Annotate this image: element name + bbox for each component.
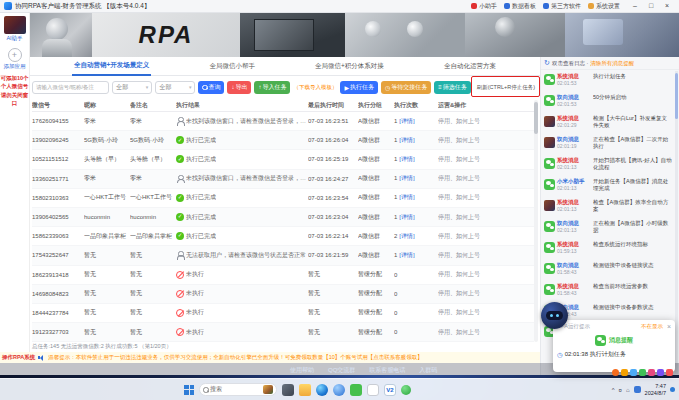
- table-row[interactable]: 13360251771零米零米未找到该微信窗口，请检查微信是否登录，并重启微信0…: [32, 170, 534, 189]
- cell-actions[interactable]: 停用、如何上号: [438, 251, 534, 260]
- detail-link[interactable]: [详情]: [399, 175, 414, 181]
- account-thumbnail[interactable]: [4, 16, 26, 34]
- detail-link[interactable]: [详情]: [399, 118, 414, 124]
- log-entry[interactable]: 系统消息02:01:13检查【A微信群】效率全自动方案: [541, 197, 674, 218]
- log-entry[interactable]: 双向消息02:01:13正在检测【A微信群】小时级数据: [541, 218, 674, 239]
- table-row[interactable]: 10521151512头等舱（早）头等舱（早）✓执行已完成07-03 16:25…: [32, 150, 534, 169]
- cell-actions[interactable]: 停用、如何上号: [438, 193, 534, 202]
- footer-link[interactable]: 使用帮助: [290, 366, 314, 375]
- titlebar-menu-item[interactable]: 系统设置: [588, 2, 620, 11]
- taskbar-search[interactable]: 搜索: [199, 383, 277, 396]
- log-entry[interactable]: 系统消息02:01:53执行计划任务: [541, 71, 674, 92]
- tray-icon[interactable]: ^: [612, 387, 615, 393]
- cell-actions[interactable]: 停用、如何上号: [438, 213, 534, 222]
- tab-2[interactable]: 全局微信小帮手: [207, 58, 257, 75]
- log-entry[interactable]: 系统消息02:01:29检测【大牛白Lur】补发重复文件失败: [541, 113, 674, 134]
- detail-link[interactable]: [详情]: [399, 156, 414, 162]
- titlebar-menu-item[interactable]: 数据看板: [504, 2, 536, 11]
- clear-log-link[interactable]: 清除所有消息提醒: [590, 60, 634, 67]
- taskbar-clock[interactable]: 7:47 2024/8/7: [645, 383, 666, 397]
- table-row[interactable]: 15802310363一心HKT工作号一心HKT工作号✓执行已完成07-03 1…: [32, 189, 534, 208]
- tray-app-icon[interactable]: [634, 386, 641, 393]
- titlebar-menu-item[interactable]: 第三方软件: [543, 2, 581, 11]
- log-entry[interactable]: 小米小助手02:01:13开始新任务【A微信群】消息处理完成: [541, 176, 674, 197]
- log-scrollbar[interactable]: [675, 71, 678, 374]
- footer-link[interactable]: 入群码: [419, 366, 437, 375]
- toast-close-icon[interactable]: ×: [667, 323, 671, 330]
- run-task-button[interactable]: ▶ 执行任务: [340, 81, 378, 94]
- export-button[interactable]: ↓ 导出: [227, 81, 251, 94]
- import-button[interactable]: ↑ 导入任务: [254, 81, 290, 94]
- tray-icon[interactable]: ⌂: [626, 387, 630, 393]
- filter-select-1[interactable]: 全部▾: [112, 81, 152, 94]
- log-entry[interactable]: 系统消息02:01:13开始扫描本机【腾讯-好人】自动化流程: [541, 155, 674, 176]
- log-entry[interactable]: 双向消息02:01:5350分钟后启动: [541, 92, 674, 113]
- toast-dismiss-link[interactable]: 不在显示: [641, 323, 663, 330]
- import-template-note[interactable]: （下载导入模板）: [293, 84, 337, 91]
- ai-assistant-robot[interactable]: [541, 302, 568, 329]
- cell-actions[interactable]: 停用、如何上号: [438, 136, 534, 145]
- quick-launch-icon[interactable]: [621, 369, 628, 376]
- table-row[interactable]: 19123327703暂无暂无未执行暂无暂缓分配0停用、如何上号: [32, 323, 534, 342]
- table-row[interactable]: 17626094155零米零米未找到该微信窗口，请检查微信是否登录，并重启微信0…: [32, 112, 534, 131]
- tray-icon[interactable]: ¤: [619, 387, 622, 393]
- detail-link[interactable]: [详情]: [399, 233, 414, 239]
- log-entry[interactable]: 双向消息01:58:43检测链接中设备链接状态: [541, 260, 674, 281]
- file-explorer-icon[interactable]: [299, 384, 311, 396]
- table-row[interactable]: 13906402565huconminhuconmin✓执行已完成07-03 1…: [32, 208, 534, 227]
- table-row[interactable]: 139020962455G数码·小玲5G数码·小玲✓执行已完成07-03 16:…: [32, 131, 534, 150]
- query-button[interactable]: 查询: [198, 81, 224, 94]
- log-entry[interactable]: 系统消息01:59:13检查系统运行环境指标: [541, 239, 674, 260]
- table-row[interactable]: 15862339063一品印象吕掌柜一品印象吕掌柜✓执行已完成07-03 16:…: [32, 227, 534, 246]
- cell-actions[interactable]: 停用、如何上号: [438, 308, 534, 317]
- task-view-icon[interactable]: [282, 384, 294, 396]
- log-entry[interactable]: 系统消息01:58:43检查当前环境运营参数: [541, 281, 674, 302]
- green-app-icon[interactable]: [401, 385, 411, 395]
- footer-link[interactable]: QQ交流群: [328, 366, 355, 375]
- titlebar-menu-item[interactable]: 小助手: [471, 2, 497, 11]
- notification-badge[interactable]: [670, 387, 675, 392]
- cell-actions[interactable]: 停用、如何上号: [438, 117, 534, 126]
- filter-task-button[interactable]: ≡ 筛选任务: [434, 81, 471, 94]
- detail-link[interactable]: [详情]: [399, 137, 414, 143]
- wait-task-button[interactable]: ◷ 等待交接任务: [381, 81, 431, 94]
- cell-actions[interactable]: 停用、如何上号: [438, 289, 534, 298]
- close-button[interactable]: ×: [659, 0, 675, 12]
- app-circle-icon[interactable]: [333, 384, 345, 396]
- quick-launch-icon[interactable]: [639, 369, 646, 376]
- cell-actions[interactable]: 停用、如何上号: [438, 155, 534, 164]
- log-entry[interactable]: 双向消息02:01:19正在检查【A微信群】二次开始执行: [541, 134, 674, 155]
- quick-launch-icon[interactable]: [666, 369, 673, 376]
- notepad-icon[interactable]: [367, 384, 379, 396]
- cell-actions[interactable]: 停用、如何上号: [438, 232, 534, 241]
- tab-4[interactable]: 全自动化运营方案: [442, 58, 498, 75]
- filter-select-2[interactable]: 全部▾: [155, 81, 195, 94]
- start-button[interactable]: [184, 385, 194, 395]
- detail-link[interactable]: [详情]: [399, 194, 414, 200]
- quick-launch-icon[interactable]: [648, 369, 655, 376]
- footer-link[interactable]: 联系客服电话: [369, 366, 405, 375]
- quick-launch-icon[interactable]: [657, 369, 664, 376]
- tab-1[interactable]: 全自动营销+开发场景定义: [72, 57, 151, 76]
- search-input[interactable]: 请输入微信号/昵称/备注: [32, 81, 109, 94]
- minimize-button[interactable]: –: [627, 0, 643, 12]
- tab-3[interactable]: 全局微信+积分体系对接: [313, 58, 386, 75]
- rpa-app-taskbar-icon[interactable]: V2: [384, 384, 396, 396]
- table-scrollbar[interactable]: [534, 100, 538, 342]
- cell-actions[interactable]: 停用、如何上号: [438, 328, 534, 337]
- table-row[interactable]: 18623913418暂无暂无未执行暂无暂缓分配0停用、如何上号: [32, 266, 534, 285]
- refresh-icon[interactable]: ↻: [544, 59, 550, 67]
- table-row[interactable]: 17543252647暂无暂无无法获取用户，请检查该微信号状态是否正常07-03…: [32, 246, 534, 265]
- table-row[interactable]: 14698084823暂无暂无未执行暂无暂缓分配0停用、如何上号: [32, 285, 534, 304]
- detail-link[interactable]: [详情]: [399, 252, 414, 258]
- cell-actions[interactable]: 停用、如何上号: [438, 270, 534, 279]
- edge-browser-icon[interactable]: [316, 384, 328, 396]
- table-row[interactable]: 18444237784暂无暂无未执行暂无暂缓分配0停用、如何上号: [32, 304, 534, 323]
- maximize-button[interactable]: □: [643, 0, 659, 12]
- cell-actions[interactable]: 停用、如何上号: [438, 174, 534, 183]
- quick-launch-icon[interactable]: [630, 369, 637, 376]
- detail-link[interactable]: [详情]: [399, 214, 414, 220]
- add-app-button[interactable]: +: [8, 48, 22, 62]
- wechat-app-icon[interactable]: [350, 384, 362, 396]
- quick-launch-icon[interactable]: [612, 369, 619, 376]
